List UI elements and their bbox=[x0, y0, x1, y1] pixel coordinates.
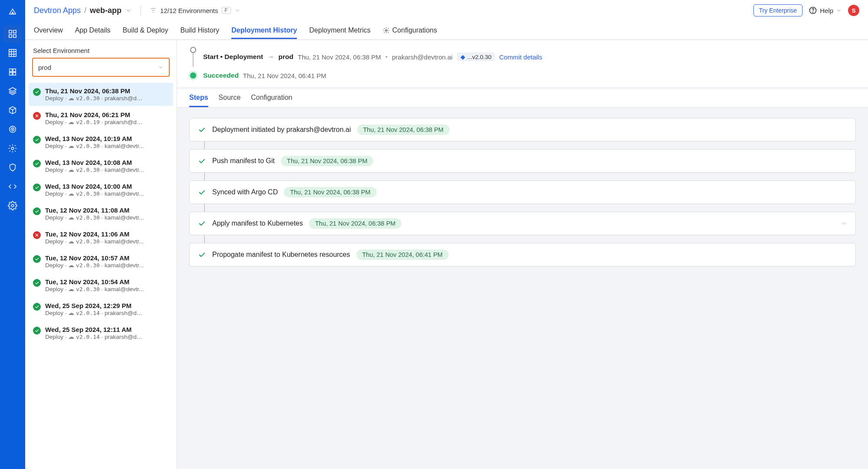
tab-app-details[interactable]: App Details bbox=[75, 22, 111, 39]
nav-apps-icon[interactable] bbox=[3, 25, 22, 43]
nav-settings-icon[interactable] bbox=[3, 197, 22, 214]
history-item[interactable]: Tue, 12 Nov 2024, 11:06 AMDeploy · ☁ v2.… bbox=[29, 226, 173, 249]
tab-build-deploy[interactable]: Build & Deploy bbox=[123, 22, 168, 39]
history-date: Wed, 13 Nov 2024, 10:00 AM bbox=[45, 183, 144, 190]
history-item[interactable]: Tue, 12 Nov 2024, 11:08 AMDeploy · ☁ v2.… bbox=[29, 202, 173, 225]
svg-rect-1 bbox=[13, 30, 16, 33]
chevron-down-icon bbox=[234, 7, 240, 13]
image-tag-chip[interactable]: ◆ ...v2.0.30 bbox=[457, 52, 495, 61]
step-ts: Thu, 21 Nov 2024, 06:38 PM bbox=[284, 187, 376, 197]
svg-point-12 bbox=[11, 147, 14, 150]
breadcrumb-org[interactable]: Devtron Apps bbox=[34, 6, 81, 15]
history-item[interactable]: Wed, 25 Sep 2024, 12:11 AMDeploy · ☁ v2.… bbox=[29, 321, 173, 344]
env-dropdown-value: prod bbox=[38, 64, 51, 71]
svg-point-11 bbox=[12, 129, 13, 130]
history-item[interactable]: Tue, 12 Nov 2024, 10:57 AMDeploy · ☁ v2.… bbox=[29, 250, 173, 273]
nav-cube-icon[interactable] bbox=[3, 102, 22, 119]
history-date: Tue, 12 Nov 2024, 11:06 AM bbox=[45, 230, 144, 238]
history-meta: Deploy · ☁ v2.0.30 · kamal@devtr... bbox=[45, 238, 144, 245]
history-meta: Deploy · ☁ v2.0.30 · kamal@devtr... bbox=[45, 190, 144, 197]
svg-point-13 bbox=[11, 204, 14, 207]
subtab-configuration[interactable]: Configuration bbox=[251, 89, 292, 107]
avatar[interactable]: S bbox=[848, 5, 859, 16]
history-meta: Deploy · ☁ v2.0.14 · prakarsh@dev... bbox=[45, 333, 145, 340]
env-dropdown[interactable]: prod bbox=[32, 58, 170, 77]
tab-deployment-metrics[interactable]: Deployment Metrics bbox=[309, 22, 370, 39]
topbar: Devtron Apps / web-app 12/12 Environment… bbox=[25, 0, 868, 21]
nav-code-icon[interactable] bbox=[3, 178, 22, 195]
step-ts: Thu, 21 Nov 2024, 06:38 PM bbox=[281, 156, 373, 166]
detail-subtabs: StepsSourceConfiguration bbox=[177, 89, 868, 108]
svg-point-10 bbox=[11, 128, 14, 131]
global-nav bbox=[0, 0, 25, 469]
history-item[interactable]: Wed, 13 Nov 2024, 10:08 AMDeploy · ☁ v2.… bbox=[29, 154, 173, 177]
step-card: Deployment initiated by prakarsh@devtron… bbox=[189, 118, 856, 141]
fail-icon bbox=[33, 112, 41, 120]
subtab-source[interactable]: Source bbox=[219, 89, 241, 107]
subtab-steps[interactable]: Steps bbox=[189, 89, 208, 107]
check-icon bbox=[197, 125, 206, 134]
timeline-start-label: Start • Deployment bbox=[203, 53, 263, 61]
step-title: Apply manifest to Kubernetes bbox=[212, 220, 303, 227]
history-meta: Deploy · ☁ v2.0.30 · prakarsh@dev... bbox=[45, 95, 145, 102]
success-icon bbox=[33, 255, 41, 263]
help-menu[interactable]: Help bbox=[809, 6, 842, 15]
history-item[interactable]: Wed, 13 Nov 2024, 10:19 AMDeploy · ☁ v2.… bbox=[29, 131, 173, 154]
tab-overview[interactable]: Overview bbox=[34, 22, 63, 39]
tab-configurations[interactable]: Configurations bbox=[383, 22, 437, 39]
history-list: Thu, 21 Nov 2024, 06:38 PMDeploy · ☁ v2.… bbox=[25, 83, 177, 469]
history-date: Tue, 12 Nov 2024, 11:08 AM bbox=[45, 207, 144, 214]
chevron-down-icon[interactable] bbox=[125, 7, 132, 14]
commit-details-link[interactable]: Commit details bbox=[499, 53, 542, 61]
check-icon bbox=[197, 219, 206, 228]
history-date: Tue, 12 Nov 2024, 10:57 AM bbox=[45, 254, 144, 262]
deploy-timeline: Start • Deployment → prod Thu, 21 Nov 20… bbox=[177, 40, 868, 87]
step-card[interactable]: Apply manifest to KubernetesThu, 21 Nov … bbox=[189, 212, 856, 235]
step-card: Push manifest to GitThu, 21 Nov 2024, 06… bbox=[189, 149, 856, 173]
nav-grid-icon[interactable] bbox=[3, 63, 22, 81]
step-title: Push manifest to Git bbox=[212, 157, 275, 165]
history-item[interactable]: Thu, 21 Nov 2024, 06:38 PMDeploy · ☁ v2.… bbox=[29, 83, 173, 106]
nav-target-icon[interactable] bbox=[3, 121, 22, 138]
success-icon bbox=[33, 327, 41, 335]
step-ts: Thu, 21 Nov 2024, 06:38 PM bbox=[357, 125, 450, 135]
history-date: Tue, 12 Nov 2024, 10:54 AM bbox=[45, 278, 144, 285]
step-card: Synced with Argo CDThu, 21 Nov 2024, 06:… bbox=[189, 180, 856, 204]
history-item[interactable]: Wed, 13 Nov 2024, 10:00 AMDeploy · ☁ v2.… bbox=[29, 178, 173, 201]
step-card: Propogate manifest to Kubernetes resourc… bbox=[189, 243, 856, 266]
tab-deployment-history[interactable]: Deployment History bbox=[231, 22, 297, 39]
arrow-icon: → bbox=[267, 53, 274, 61]
gear-icon bbox=[383, 27, 390, 34]
svg-rect-3 bbox=[13, 35, 16, 37]
try-enterprise-button[interactable]: Try Enterprise bbox=[753, 4, 802, 16]
history-item[interactable]: Wed, 25 Sep 2024, 12:29 PMDeploy · ☁ v2.… bbox=[29, 298, 173, 321]
deployment-detail: Start • Deployment → prod Thu, 21 Nov 20… bbox=[177, 40, 868, 469]
env-filter[interactable]: 12/12 Environments F bbox=[150, 7, 240, 14]
svg-point-16 bbox=[385, 30, 387, 31]
chevron-down-icon[interactable] bbox=[841, 220, 848, 227]
success-icon bbox=[33, 303, 41, 311]
filter-icon bbox=[150, 7, 157, 14]
timeline-end-ts: Thu, 21 Nov 2024, 06:41 PM bbox=[243, 72, 326, 79]
check-icon bbox=[197, 250, 206, 259]
breadcrumb: Devtron Apps / web-app bbox=[34, 6, 132, 15]
history-item[interactable]: Tue, 12 Nov 2024, 10:54 AMDeploy · ☁ v2.… bbox=[29, 274, 173, 297]
breadcrumb-app[interactable]: web-app bbox=[90, 6, 122, 15]
svg-rect-7 bbox=[10, 72, 12, 75]
nav-gear-icon[interactable] bbox=[3, 140, 22, 157]
step-title: Synced with Argo CD bbox=[212, 188, 278, 196]
brand-logo[interactable] bbox=[4, 3, 21, 21]
svg-rect-5 bbox=[10, 69, 12, 72]
nav-stack-icon[interactable] bbox=[3, 82, 22, 100]
tab-build-history[interactable]: Build History bbox=[180, 22, 219, 39]
history-meta: Deploy · ☁ v2.0.30 · kamal@devtr... bbox=[45, 262, 144, 269]
nav-charts-icon[interactable] bbox=[3, 44, 22, 62]
history-date: Thu, 21 Nov 2024, 06:38 PM bbox=[45, 87, 145, 95]
history-item[interactable]: Thu, 21 Nov 2024, 06:21 PMDeploy · ☁ v2.… bbox=[29, 107, 173, 130]
history-meta: Deploy · ☁ v2.0.30 · kamal@devtr... bbox=[45, 166, 144, 173]
success-icon bbox=[33, 279, 41, 287]
env-filter-label: 12/12 Environments bbox=[160, 7, 218, 14]
docker-icon: ◆ bbox=[460, 53, 465, 60]
nav-shield-icon[interactable] bbox=[3, 159, 22, 176]
svg-rect-2 bbox=[9, 35, 12, 37]
